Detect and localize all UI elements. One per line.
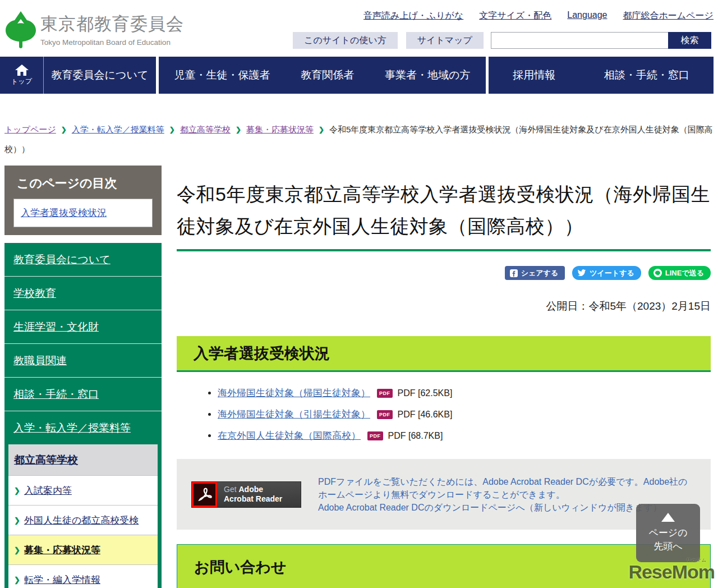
sidebar-item-label: 生涯学習・文化財: [13, 321, 99, 333]
badge-acrobat-label: Acrobat Reader: [224, 494, 301, 504]
breadcrumb-link-top[interactable]: トップページ: [4, 125, 56, 134]
sidebar-item-admissions[interactable]: 入学・転入学／授業料等: [4, 411, 162, 444]
bullet-icon: [208, 434, 211, 437]
sidebar-subitem-label: 転学・編入学情報: [24, 573, 100, 586]
sidebar-subparent-metropolitan-hs[interactable]: 都立高等学校: [8, 444, 158, 475]
sitemap-button[interactable]: サイトマップ: [406, 32, 484, 49]
line-share-button[interactable]: LINEで送る: [648, 266, 711, 280]
twitter-share-button[interactable]: ツイートする: [572, 266, 641, 280]
chevron-right-icon: ❯: [14, 546, 20, 554]
search-box: 検索: [491, 32, 711, 49]
toc-link-exam-status[interactable]: 入学者選抜受検状況: [21, 208, 107, 218]
pdf-file-icon: PDF: [377, 389, 393, 398]
pdf-link-returnee-students[interactable]: 海外帰国生徒対象（帰国生徒対象）: [218, 387, 370, 399]
chevron-right-icon: ❯: [14, 516, 20, 525]
triangle-up-icon: [661, 513, 675, 522]
nav-item-students-parents[interactable]: 児童・生徒・保護者: [174, 68, 270, 82]
sidebar-item-label: 教職員関連: [13, 355, 67, 366]
sidebar-item-label: 教育委員会について: [13, 254, 111, 265]
adobe-download-link[interactable]: Adobe Acrobat Reader DCのダウンロードページへ（新しいウィ…: [318, 503, 662, 512]
pdf-link-foreign-students-kokusai[interactable]: 在京外国人生徒対象（国際高校）: [218, 429, 361, 442]
breadcrumb-link-recruit-status[interactable]: 募集・応募状況等: [246, 125, 314, 134]
utility-links: 音声読み上げ・ふりがな 文字サイズ・配色 Language 都庁総合ホームページ: [363, 10, 714, 22]
nav-item-about-board[interactable]: 教育委員会について: [44, 68, 156, 82]
global-nav: トップ 教育委員会について 児童・生徒・保護者 教育関係者 事業者・地域の方 採…: [0, 57, 714, 94]
chevron-right-icon: ❯: [61, 126, 67, 134]
main-content: 令和5年度東京都立高等学校入学者選抜受検状況（海外帰国生徒対象及び在京外国人生徒…: [177, 178, 711, 588]
pdf-file-size: PDF [46.6KB]: [398, 410, 453, 420]
sidebar-item-label: 入学・転入学／授業料等: [13, 422, 131, 434]
pdf-file-size: PDF [68.7KB]: [388, 431, 443, 441]
bullet-icon: [208, 392, 211, 394]
sidebar-item-consultation[interactable]: 相談・手続・窓口: [4, 378, 162, 411]
sidebar-subitem-transfer-info[interactable]: ❯転学・編入学情報: [8, 564, 158, 588]
list-item: 在京外国人生徒対象（国際高校） PDF PDF [68.7KB]: [208, 429, 711, 442]
link-tocho-home[interactable]: 都庁総合ホームページ: [623, 10, 714, 22]
pdf-file-icon: PDF: [377, 410, 393, 419]
link-audio-furigana[interactable]: 音声読み上げ・ふりがな: [363, 10, 463, 22]
list-item: 海外帰国生徒対象（引揚生徒対象） PDF PDF [46.6KB]: [208, 408, 711, 421]
page-top-label: 先頭へ: [653, 540, 682, 553]
sidebar-subitem-label: 外国人生徒の都立高校受検: [24, 514, 139, 527]
sidebar-item-school-education[interactable]: 学校教育: [4, 277, 162, 310]
sidebar-item-label: 相談・手続・窓口: [13, 388, 99, 400]
nav-item-business-local[interactable]: 事業者・地域の方: [385, 68, 470, 82]
sidebar-subitem-foreign-students[interactable]: ❯外国人生徒の都立高校受検: [8, 505, 158, 535]
page-title: 令和5年度東京都立高等学校入学者選抜受検状況（海外帰国生徒対象及び在京外国人生徒…: [177, 178, 711, 251]
sidebar-item-about-board[interactable]: 教育委員会について: [4, 243, 162, 277]
list-item: 海外帰国生徒対象（帰国生徒対象） PDF PDF [62.5KB]: [208, 387, 711, 399]
resemom-ruby: リセマム: [686, 557, 707, 563]
search-button[interactable]: 検索: [668, 32, 711, 49]
link-text-size-color[interactable]: 文字サイズ・配色: [479, 10, 551, 22]
bullet-icon: [208, 413, 211, 416]
link-language[interactable]: Language: [567, 10, 607, 22]
line-share-label: LINEで送る: [665, 268, 704, 278]
nav-item-educators[interactable]: 教育関係者: [301, 68, 354, 82]
tokyo-ginkgo-icon: [3, 8, 38, 49]
nav-item-recruitment[interactable]: 採用情報: [513, 68, 555, 82]
sidebar-submenu: 都立高等学校 ❯入試案内等 ❯外国人生徒の都立高校受検 ❯募集・応募状況等 ❯転…: [4, 444, 162, 588]
adobe-reader-notice: Get Adobe Acrobat Reader PDFファイルをご覧いただくた…: [177, 459, 711, 530]
nav-item-consultation[interactable]: 相談・手続・窓口: [604, 68, 689, 82]
breadcrumb: トップページ❯入学・転入学／授業料等❯都立高等学校❯募集・応募状況等❯令和5年度…: [4, 120, 714, 158]
pdf-file-icon: PDF: [367, 431, 383, 440]
page-top-label: ページの: [648, 526, 687, 540]
twitter-bird-icon: [577, 269, 586, 277]
breadcrumb-link-admissions[interactable]: 入学・転入学／授業料等: [72, 125, 164, 134]
share-buttons: シェアする ツイートする LINEで送る: [177, 266, 711, 280]
publish-date: 公開日：令和5年（2023）2月15日: [177, 299, 711, 314]
line-icon: [653, 269, 662, 277]
badge-adobe-label: Adobe: [238, 485, 263, 494]
page-top-button[interactable]: ページの 先頭へ: [636, 504, 700, 562]
badge-get-label: Get: [224, 485, 238, 494]
facebook-share-button[interactable]: シェアする: [505, 266, 565, 280]
sidebar-menu: 教育委員会について 学校教育 生涯学習・文化財 教職員関連 相談・手続・窓口 入…: [4, 243, 162, 588]
sidebar-item-teachers[interactable]: 教職員関連: [4, 344, 162, 378]
nav-home-label: トップ: [11, 77, 32, 86]
sidebar-subitem-label: 募集・応募状況等: [24, 544, 100, 557]
resemom-logo-text: ReseMom: [628, 561, 715, 582]
chevron-right-icon: ❯: [319, 126, 324, 134]
how-to-use-button[interactable]: このサイトの使い方: [293, 32, 398, 49]
adobe-notice-text: PDFファイルをご覧いただくためには、Adobe Acrobat Reader …: [318, 477, 687, 499]
resemom-watermark: リセマム ReseMom: [628, 561, 715, 583]
section-heading-exam-status: 入学者選抜受検状況: [177, 336, 711, 372]
sidebar-item-lifelong-learning[interactable]: 生涯学習・文化財: [4, 310, 162, 344]
sidebar: このページの目次 入学者選抜受検状況 教育委員会について 学校教育 生涯学習・文…: [4, 166, 162, 588]
toc-box: このページの目次 入学者選抜受検状況: [4, 166, 162, 235]
nav-home[interactable]: トップ: [0, 57, 44, 94]
sidebar-subitem-recruit-status[interactable]: ❯募集・応募状況等: [8, 535, 158, 564]
search-input[interactable]: [491, 32, 668, 49]
sidebar-item-label: 学校教育: [13, 287, 56, 299]
sidebar-subitem-exam-guide[interactable]: ❯入試案内等: [8, 475, 158, 505]
chevron-right-icon: ❯: [236, 126, 241, 134]
home-icon: [15, 65, 29, 76]
sidebar-subparent-label: 都立高等学校: [14, 454, 78, 466]
site-logo[interactable]: 東京都教育委員会 Tokyo Metropolitan Board of Edu…: [3, 8, 184, 49]
pdf-link-list: 海外帰国生徒対象（帰国生徒対象） PDF PDF [62.5KB] 海外帰国生徒…: [177, 387, 711, 442]
toc-title: このページの目次: [17, 175, 153, 192]
pdf-link-repatriate-students[interactable]: 海外帰国生徒対象（引揚生徒対象）: [218, 408, 370, 421]
get-adobe-acrobat-badge[interactable]: Get Adobe Acrobat Reader: [191, 481, 301, 508]
sidebar-subitem-label: 入試案内等: [24, 484, 72, 497]
breadcrumb-link-metropolitan-hs[interactable]: 都立高等学校: [180, 125, 231, 134]
